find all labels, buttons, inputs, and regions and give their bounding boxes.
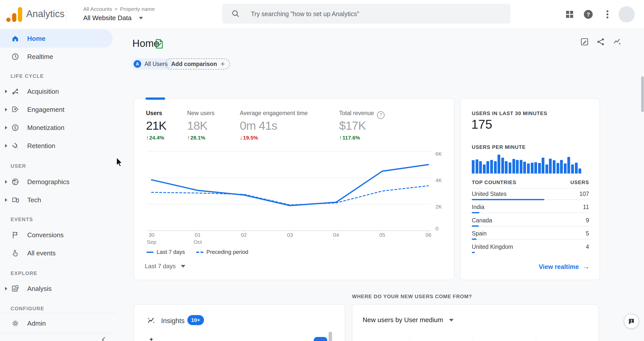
legend-label: Preceding period bbox=[207, 249, 248, 255]
rt-bar bbox=[505, 161, 508, 174]
header-divider bbox=[66, 7, 66, 22]
overview-card: 6K4K2K030Sep01Oct0203040506 Users21K↑24.… bbox=[134, 98, 454, 280]
sidebar-item-home[interactable]: Home bbox=[0, 29, 113, 48]
expand-arrow-icon[interactable] bbox=[5, 90, 7, 93]
sparkle-icon bbox=[147, 337, 155, 341]
sidebar-item-realtime[interactable]: Realtime bbox=[0, 48, 113, 66]
doc-check-icon[interactable] bbox=[155, 39, 163, 49]
chevron-down-icon bbox=[139, 17, 143, 19]
country-users: 9 bbox=[586, 217, 589, 224]
sidebar-divider bbox=[0, 313, 115, 313]
sidebar-nav: HomeRealtimeLIFE CYCLEAcquisitionEngagem… bbox=[0, 29, 115, 341]
country-bar-track bbox=[472, 213, 589, 213]
new-users-dimension-selector[interactable]: New users by User medium bbox=[363, 316, 454, 324]
sidebar-item-conversions[interactable]: Conversions bbox=[0, 226, 113, 244]
search-bar[interactable] bbox=[222, 4, 510, 24]
country-bar bbox=[472, 212, 479, 213]
monetization-icon: $ bbox=[11, 124, 19, 132]
insights-scrollbar[interactable] bbox=[329, 332, 332, 341]
rt-bar bbox=[479, 161, 482, 174]
feedback-button[interactable] bbox=[624, 314, 638, 328]
arrow-up-icon: ↑ bbox=[187, 134, 190, 141]
sidebar-item-acquisition[interactable]: Acquisition bbox=[0, 82, 113, 100]
users-per-minute-chart bbox=[472, 152, 582, 174]
help-icon[interactable]: ? bbox=[377, 111, 385, 119]
country-name: United Kingdom bbox=[472, 244, 513, 250]
metric-label: Total revenue? bbox=[339, 110, 385, 119]
insights-title[interactable]: Insights bbox=[161, 317, 185, 325]
rt-bar bbox=[553, 160, 555, 174]
insights-icon[interactable] bbox=[613, 37, 622, 46]
sidebar-item-tech[interactable]: Tech bbox=[0, 191, 113, 209]
sidebar-item-label: Realtime bbox=[27, 53, 53, 61]
sidebar-item-admin[interactable]: Admin bbox=[0, 314, 113, 332]
sidebar-section-configure: CONFIGURE bbox=[11, 306, 44, 312]
metric-value: 21K bbox=[146, 119, 166, 132]
country-name: Spain bbox=[472, 230, 487, 237]
expand-arrow-icon[interactable] bbox=[5, 180, 7, 184]
svg-text:Sep: Sep bbox=[147, 239, 156, 245]
arrow-up-icon: ↑ bbox=[339, 134, 342, 141]
search-input[interactable] bbox=[250, 4, 504, 24]
arrow-up-icon: ↑ bbox=[146, 134, 149, 141]
product-name: Analytics bbox=[26, 9, 65, 19]
expand-arrow-icon[interactable] bbox=[5, 144, 7, 148]
sidebar-item-all-events[interactable]: All events bbox=[0, 244, 113, 262]
avatar[interactable] bbox=[619, 6, 635, 22]
country-bar-track bbox=[472, 239, 589, 240]
share-icon[interactable] bbox=[596, 37, 605, 46]
svg-text:0: 0 bbox=[435, 226, 438, 231]
analytics-logo-icon[interactable] bbox=[6, 7, 23, 23]
view-realtime-link[interactable]: View realtime→ bbox=[539, 263, 590, 271]
rt-bar bbox=[472, 160, 475, 174]
plus-icon: + bbox=[220, 60, 225, 68]
expand-arrow-icon[interactable] bbox=[5, 108, 7, 111]
country-users: 107 bbox=[579, 191, 589, 197]
all-events-icon bbox=[11, 249, 19, 257]
country-row-united-kingdom: United Kingdom4 bbox=[472, 243, 589, 256]
expand-arrow-icon[interactable] bbox=[5, 287, 7, 290]
analysis-icon bbox=[11, 285, 19, 293]
sidebar-item-analysis[interactable]: Analysis bbox=[0, 280, 113, 298]
arrow-right-icon: → bbox=[582, 263, 590, 270]
apps-grid-icon[interactable] bbox=[564, 9, 575, 20]
date-range-selector[interactable]: Last 7 days bbox=[145, 263, 185, 270]
help-icon[interactable]: ? bbox=[583, 9, 594, 20]
home-icon bbox=[11, 35, 19, 43]
sidebar-item-label: Analysis bbox=[27, 285, 52, 293]
sidebar-item-demographics[interactable]: Demographics bbox=[0, 173, 113, 191]
breadcrumb-property[interactable]: Property name bbox=[120, 6, 155, 12]
sidebar-item-retention[interactable]: Retention bbox=[0, 137, 113, 155]
arrow-down-icon: ↓ bbox=[240, 134, 243, 141]
metric-label: Average engagement time bbox=[240, 110, 308, 117]
sidebar-item-label: Retention bbox=[27, 142, 55, 150]
country-name: United States bbox=[472, 191, 507, 197]
svg-text:?: ? bbox=[587, 11, 590, 18]
legend-solid-swatch bbox=[147, 252, 154, 253]
customize-report-icon[interactable] bbox=[580, 37, 589, 46]
chip-label: All Users bbox=[144, 58, 168, 70]
metric-delta: ↑117.6% bbox=[339, 134, 360, 141]
breadcrumb[interactable]: All Accounts>Property name bbox=[83, 6, 155, 12]
collapse-sidebar-button[interactable] bbox=[99, 335, 108, 341]
expand-arrow-icon[interactable] bbox=[5, 126, 7, 129]
mouse-cursor bbox=[116, 157, 124, 169]
sidebar-item-engagement[interactable]: Engagement bbox=[0, 100, 113, 119]
sidebar-item-label: Acquisition bbox=[27, 88, 59, 95]
country-bar-track bbox=[472, 226, 589, 226]
property-selector[interactable]: All Website Data bbox=[83, 14, 143, 22]
rt-bar bbox=[534, 162, 537, 174]
breadcrumb-account[interactable]: All Accounts bbox=[83, 6, 112, 12]
add-comparison-button[interactable]: Add comparison+ bbox=[165, 58, 230, 70]
page-scrollbar[interactable] bbox=[641, 76, 644, 112]
metric-value: 18K bbox=[187, 119, 208, 132]
conversions-icon bbox=[11, 231, 19, 239]
expand-arrow-icon[interactable] bbox=[5, 198, 7, 202]
sidebar-item-monetization[interactable]: $Monetization bbox=[0, 119, 113, 137]
metric-delta: ↓19.5% bbox=[240, 134, 258, 141]
svg-text:2K: 2K bbox=[435, 204, 442, 210]
rt-bar bbox=[486, 161, 489, 174]
svg-text:06: 06 bbox=[425, 232, 431, 238]
sidebar-item-label: All events bbox=[27, 249, 56, 257]
more-vert-icon[interactable] bbox=[602, 9, 613, 20]
